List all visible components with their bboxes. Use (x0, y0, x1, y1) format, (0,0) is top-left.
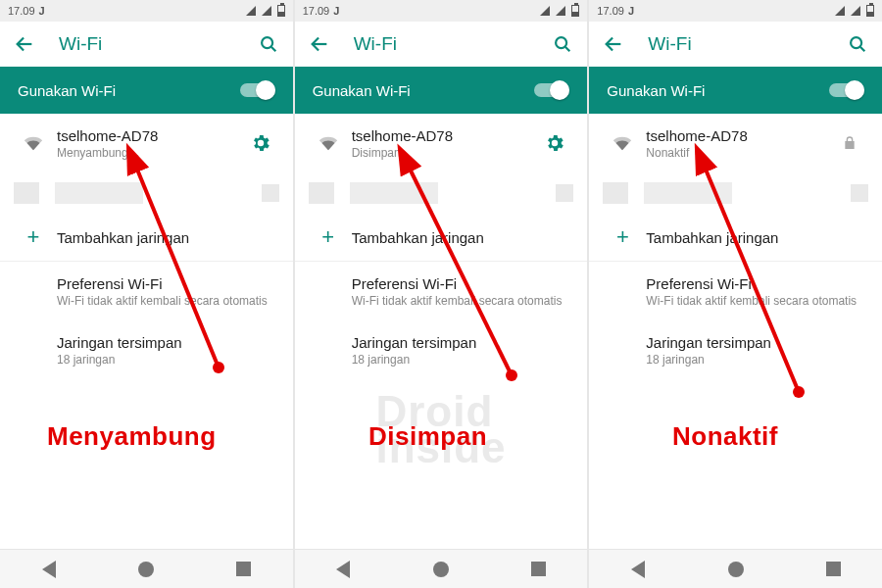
nav-home-button[interactable] (135, 559, 157, 580)
nav-bar (0, 549, 293, 588)
network-status: Menyambung… (57, 146, 244, 160)
add-network-row[interactable]: + Tambahkan jaringan (0, 214, 293, 261)
wifi-toggle-switch[interactable] (829, 80, 864, 100)
add-network-row[interactable]: + Tambahkan jaringan (295, 214, 588, 261)
battery-icon (866, 5, 874, 17)
phone-panel-3: 17.09 J Wi-Fi Gunakan Wi-Fi (587, 0, 882, 588)
page-title: Wi-Fi (59, 33, 102, 55)
page-title: Wi-Fi (648, 33, 691, 55)
saved-networks-count: 18 jaringan (352, 353, 572, 367)
square-recents-icon (236, 562, 251, 576)
wifi-signal-icon (16, 134, 51, 152)
phone-panel-2: 17.09 J Wi-Fi Gunakan Wi-Fi (293, 0, 588, 588)
app-bar: Wi-Fi (589, 22, 882, 67)
plus-icon: + (616, 224, 629, 250)
svg-line-8 (860, 47, 865, 52)
nav-back-button[interactable] (38, 559, 60, 580)
nav-bar (295, 549, 588, 588)
back-button[interactable] (603, 33, 624, 55)
circle-home-icon (433, 562, 449, 577)
network-settings-button[interactable] (538, 132, 571, 154)
wifi-signal-icon (605, 134, 640, 152)
lock-icon (833, 134, 866, 152)
network-ssid: tselhome-AD78 (646, 127, 833, 144)
nav-bar (589, 549, 882, 588)
signal-2-icon (556, 6, 565, 16)
watermark: Droid inside (375, 393, 506, 466)
nav-home-button[interactable] (725, 559, 747, 580)
triangle-back-icon (42, 561, 56, 578)
network-row[interactable]: tselhome-AD78 Disimpan (295, 114, 588, 172)
app-bar: Wi-Fi (0, 22, 293, 67)
search-button[interactable] (847, 33, 868, 55)
status-time: 17.09 (303, 5, 330, 17)
network-settings-button[interactable] (244, 132, 277, 154)
saved-networks-count: 18 jaringan (646, 353, 866, 367)
nav-recents-button[interactable] (233, 559, 255, 580)
back-button[interactable] (14, 33, 35, 55)
add-network-label: Tambahkan jaringan (646, 229, 866, 246)
status-time: 17.09 (8, 5, 35, 17)
nav-home-button[interactable] (430, 559, 452, 580)
search-button[interactable] (552, 33, 573, 55)
nav-back-button[interactable] (332, 559, 354, 580)
signal-1-icon (540, 6, 550, 16)
wifi-toggle-label: Gunakan Wi-Fi (18, 82, 116, 99)
nav-back-button[interactable] (627, 559, 649, 580)
nav-recents-button[interactable] (822, 559, 844, 580)
wifi-preferences-subtitle: Wi-Fi tidak aktif kembali secara otomati… (646, 294, 866, 308)
network-ssid: tselhome-AD78 (57, 127, 244, 144)
square-recents-icon (531, 562, 546, 576)
wifi-toggle-banner: Gunakan Wi-Fi (295, 67, 588, 114)
wifi-preferences-row[interactable]: Preferensi Wi-Fi Wi-Fi tidak aktif kemba… (295, 262, 588, 320)
add-network-row[interactable]: + Tambahkan jaringan (589, 214, 882, 261)
saved-networks-title: Jaringan tersimpan (646, 334, 866, 351)
wifi-signal-icon (311, 134, 346, 152)
wifi-toggle-switch[interactable] (240, 80, 275, 100)
wifi-preferences-row[interactable]: Preferensi Wi-Fi Wi-Fi tidak aktif kemba… (0, 262, 293, 320)
search-button[interactable] (258, 33, 279, 55)
saved-networks-row[interactable]: Jaringan tersimpan 18 jaringan (589, 320, 882, 379)
wifi-preferences-subtitle: Wi-Fi tidak aktif kembali secara otomati… (352, 294, 572, 308)
app-bar: Wi-Fi (295, 22, 588, 67)
svg-point-1 (262, 37, 272, 48)
network-row[interactable]: tselhome-AD78 Nonaktif (589, 114, 882, 172)
watermark-line2: inside (375, 429, 506, 466)
nav-recents-button[interactable] (528, 559, 550, 580)
status-app-icon: J (333, 5, 339, 17)
battery-icon (277, 5, 285, 17)
network-ssid: tselhome-AD78 (352, 127, 539, 144)
wifi-toggle-label: Gunakan Wi-Fi (607, 82, 705, 99)
saved-networks-title: Jaringan tersimpan (352, 334, 572, 351)
redacted-network-row (0, 172, 293, 214)
network-status: Nonaktif (646, 146, 833, 160)
status-bar: 17.09 J (0, 0, 293, 22)
wifi-toggle-switch[interactable] (534, 80, 569, 100)
status-bar: 17.09 J (295, 0, 588, 22)
status-app-icon: J (628, 5, 634, 17)
network-row[interactable]: tselhome-AD78 Menyambung… (0, 114, 293, 172)
wifi-preferences-row[interactable]: Preferensi Wi-Fi Wi-Fi tidak aktif kemba… (589, 262, 882, 320)
redacted-network-row (589, 172, 882, 214)
svg-point-4 (556, 37, 566, 48)
wifi-toggle-banner: Gunakan Wi-Fi (589, 67, 882, 114)
saved-networks-row[interactable]: Jaringan tersimpan 18 jaringan (295, 320, 588, 379)
wifi-preferences-title: Preferensi Wi-Fi (352, 275, 572, 292)
wifi-preferences-title: Preferensi Wi-Fi (646, 275, 866, 292)
page-title: Wi-Fi (354, 33, 397, 55)
signal-1-icon (835, 6, 845, 16)
plus-icon: + (321, 224, 334, 250)
svg-line-5 (565, 47, 570, 52)
back-button[interactable] (309, 33, 330, 55)
wifi-preferences-subtitle: Wi-Fi tidak aktif kembali secara otomati… (57, 294, 277, 308)
arrow-left-icon (309, 33, 330, 55)
wifi-toggle-label: Gunakan Wi-Fi (313, 82, 411, 99)
add-network-label: Tambahkan jaringan (352, 229, 572, 246)
status-bar: 17.09 J (589, 0, 882, 22)
signal-1-icon (246, 6, 256, 16)
status-app-icon: J (39, 5, 45, 17)
saved-networks-row[interactable]: Jaringan tersimpan 18 jaringan (0, 320, 293, 379)
svg-line-2 (270, 47, 275, 52)
triangle-back-icon (631, 561, 645, 578)
battery-icon (571, 5, 579, 17)
